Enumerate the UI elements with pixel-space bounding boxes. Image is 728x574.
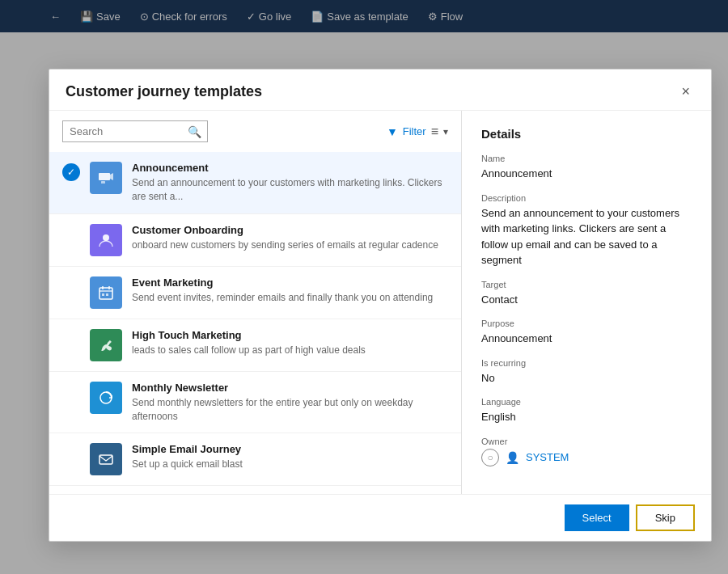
modal-header: Customer journey templates × [49, 70, 711, 111]
template-desc-simple-email-journey: Set up a quick email blast [132, 458, 448, 471]
template-desc-customer-onboarding: onboard new customers by sending series … [132, 238, 448, 252]
detail-name-value: Announcement [481, 166, 692, 182]
owner-link[interactable]: SYSTEM [526, 451, 569, 463]
detail-description: Description Send an announcement to your… [481, 193, 692, 268]
template-icon-customer-onboarding [90, 224, 122, 256]
svg-rect-8 [102, 293, 104, 296]
template-info-announcement: Announcement Send an announcement to you… [132, 162, 448, 204]
template-desc-high-touch-marketing: leads to sales call follow up as part of… [132, 344, 448, 357]
detail-target-label: Target [481, 280, 692, 289]
detail-target-value: Contact [481, 292, 692, 308]
template-icon-high-touch-marketing [90, 329, 122, 361]
modal-body: 🔍 ▼ Filter ≡ ▾ ✓ [49, 111, 711, 494]
modal-container: Customer journey templates × 🔍 ▼ Filter [32, 36, 728, 574]
template-icon-event-marketing [90, 276, 122, 309]
svg-rect-9 [106, 293, 108, 296]
filter-row: ▼ Filter ≡ ▾ [387, 125, 448, 139]
template-info-event-marketing: Event Marketing Send event invites, remi… [132, 276, 448, 305]
details-section-title: Details [481, 127, 692, 141]
template-name-announcement: Announcement [132, 162, 448, 174]
template-info-customer-onboarding: Customer Onboarding onboard new customer… [132, 224, 448, 252]
template-icon-simple-email-journey [90, 443, 122, 475]
detail-purpose-label: Purpose [481, 319, 692, 328]
left-panel: 🔍 ▼ Filter ≡ ▾ ✓ [49, 111, 462, 494]
right-panel: Details Name Announcement Description Se… [462, 111, 711, 494]
detail-owner-label: Owner [481, 437, 692, 446]
template-item-customer-onboarding[interactable]: Customer Onboarding onboard new customer… [49, 214, 461, 267]
search-input[interactable] [63, 121, 183, 141]
filter-icon: ▼ [387, 125, 398, 138]
template-info-high-touch-marketing: High Touch Marketing leads to sales call… [132, 329, 448, 357]
detail-is-recurring-value: No [481, 370, 692, 386]
template-info-monthly-newsletter: Monthly Newsletter Send monthly newslett… [132, 382, 448, 424]
detail-language-value: English [481, 409, 692, 425]
detail-is-recurring: Is recurring No [481, 358, 692, 386]
detail-description-value: Send an announcement to your customers w… [481, 205, 692, 268]
template-name-simple-email-journey: Simple Email Journey [132, 443, 448, 455]
search-icon-button[interactable]: 🔍 [183, 122, 206, 141]
detail-purpose-value: Announcement [481, 331, 692, 347]
detail-language-label: Language [481, 397, 692, 407]
detail-is-recurring-label: Is recurring [481, 358, 692, 368]
template-item-event-marketing[interactable]: Event Marketing Send event invites, remi… [49, 267, 461, 319]
filter-label[interactable]: Filter [403, 125, 426, 137]
template-item-simple-email-journey[interactable]: Simple Email Journey Set up a quick emai… [49, 433, 461, 486]
template-icon-announcement [90, 162, 122, 194]
svg-rect-11 [99, 455, 112, 464]
modal-title: Customer journey templates [66, 83, 262, 100]
detail-name-label: Name [481, 154, 692, 163]
svg-marker-1 [110, 173, 113, 180]
skip-button[interactable]: Skip [636, 504, 695, 531]
template-item-monthly-newsletter[interactable]: Monthly Newsletter Send monthly newslett… [49, 372, 461, 434]
template-desc-monthly-newsletter: Send monthly newsletters for the entire … [132, 396, 448, 424]
search-bar: 🔍 ▼ Filter ≡ ▾ [49, 111, 461, 152]
owner-person-icon: 👤 [506, 451, 519, 464]
template-list: ✓ Announcement Send an announcement to y… [49, 152, 461, 494]
owner-circle-icon: ○ [481, 449, 499, 466]
detail-description-label: Description [481, 193, 692, 203]
modal-dialog: Customer journey templates × 🔍 ▼ Filter [49, 69, 712, 542]
svg-rect-0 [99, 173, 110, 180]
svg-rect-4 [99, 288, 112, 299]
owner-row: ○ 👤 SYSTEM [481, 449, 692, 466]
template-name-customer-onboarding: Customer Onboarding [132, 224, 448, 236]
template-name-high-touch-marketing: High Touch Marketing [132, 329, 448, 341]
template-name-event-marketing: Event Marketing [132, 276, 448, 289]
template-icon-monthly-newsletter [90, 382, 122, 414]
template-desc-event-marketing: Send event invites, reminder emails and … [132, 291, 448, 305]
template-name-monthly-newsletter: Monthly Newsletter [132, 382, 448, 394]
template-desc-announcement: Send an announcement to your customers w… [132, 176, 448, 204]
search-input-wrap: 🔍 [62, 120, 208, 142]
modal-footer: Select Skip [49, 494, 711, 541]
svg-rect-2 [101, 181, 105, 184]
search-icon: 🔍 [188, 125, 201, 138]
collapse-icon[interactable]: ▾ [443, 126, 448, 137]
sort-icon[interactable]: ≡ [431, 125, 438, 139]
svg-point-3 [103, 234, 109, 241]
selected-check-mark: ✓ [62, 163, 80, 181]
detail-purpose: Purpose Announcement [481, 319, 692, 347]
detail-language: Language English [481, 397, 692, 425]
detail-target: Target Contact [481, 280, 692, 308]
detail-name: Name Announcement [481, 154, 692, 182]
template-info-simple-email-journey: Simple Email Journey Set up a quick emai… [132, 443, 448, 471]
detail-owner: Owner ○ 👤 SYSTEM [481, 437, 692, 466]
template-item-high-touch-marketing[interactable]: High Touch Marketing leads to sales call… [49, 319, 461, 372]
select-button[interactable]: Select [565, 504, 629, 531]
template-item-announcement[interactable]: ✓ Announcement Send an announcement to y… [49, 152, 461, 214]
modal-close-button[interactable]: × [676, 82, 695, 100]
